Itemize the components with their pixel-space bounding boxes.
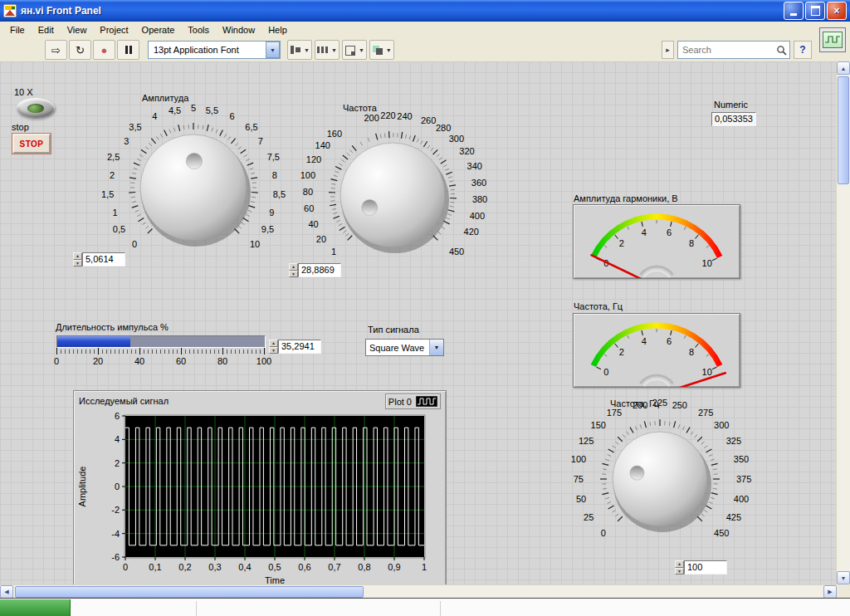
- svg-text:225: 225: [652, 398, 667, 408]
- led-button-10x[interactable]: [17, 98, 55, 118]
- menu-item-file[interactable]: File: [3, 22, 32, 37]
- numeric-value[interactable]: 28,8869: [298, 263, 341, 277]
- svg-text:0: 0: [123, 562, 128, 572]
- legend-plot-name: Plot 0: [388, 397, 412, 407]
- menu-item-tools[interactable]: Tools: [181, 22, 216, 37]
- svg-text:275: 275: [698, 408, 713, 418]
- svg-text:260: 260: [421, 115, 436, 125]
- distribute-objects-button[interactable]: ▼: [315, 40, 340, 60]
- search-input[interactable]: [681, 44, 776, 56]
- svg-text:7,5: 7,5: [267, 152, 280, 162]
- knob-frequency2[interactable]: 0255075100125150175200225250275300325350…: [560, 379, 760, 579]
- maximize-icon: [811, 6, 820, 16]
- slider-tick-label: 40: [134, 356, 144, 366]
- scroll-down-icon: ▼: [841, 575, 847, 581]
- legend-plot-sample-icon: [416, 396, 437, 407]
- run-continuous-button[interactable]: ↻: [69, 40, 91, 60]
- svg-text:10: 10: [250, 239, 260, 249]
- svg-text:6: 6: [230, 111, 235, 121]
- svg-text:3: 3: [124, 136, 129, 146]
- slider-major-tick: [56, 348, 57, 354]
- pause-button[interactable]: [117, 40, 139, 60]
- run-button[interactable]: ⇨: [45, 40, 67, 60]
- increment-button[interactable]: ▲: [73, 252, 82, 260]
- svg-text:0,5: 0,5: [268, 562, 281, 572]
- decrement-button[interactable]: ▼: [289, 271, 298, 278]
- scroll-right-button[interactable]: ▶: [823, 585, 837, 599]
- stop-button[interactable]: STOP: [12, 134, 51, 154]
- svg-text:425: 425: [726, 512, 741, 522]
- panel-monitor-icon[interactable]: [819, 27, 846, 52]
- menu-item-view[interactable]: View: [61, 22, 94, 37]
- help-button[interactable]: ?: [794, 41, 812, 59]
- search-collapse-button[interactable]: ▸: [662, 41, 674, 59]
- svg-text:0,7: 0,7: [328, 562, 340, 572]
- svg-text:375: 375: [736, 474, 751, 484]
- decrement-button[interactable]: ▼: [73, 260, 82, 267]
- minimize-button[interactable]: [784, 2, 804, 20]
- signal-type-combo[interactable]: Square Wave ▼: [365, 339, 444, 356]
- pulse-width-slider[interactable]: [56, 335, 266, 348]
- maximize-button[interactable]: [805, 2, 825, 20]
- decrement-button[interactable]: ▼: [269, 347, 278, 354]
- graph-legend[interactable]: Plot 0: [385, 394, 441, 409]
- align-objects-button[interactable]: ▼: [287, 40, 312, 60]
- menu-item-operate[interactable]: Operate: [135, 22, 182, 37]
- font-selector[interactable]: 13pt Application Font ▼: [148, 41, 281, 59]
- scroll-left-button[interactable]: ◀: [0, 585, 13, 599]
- horizontal-scrollbar[interactable]: ◀ ▶: [0, 584, 837, 599]
- vertical-scroll-thumb[interactable]: [838, 76, 849, 184]
- svg-text:450: 450: [449, 247, 464, 257]
- pulse-slider-numeric[interactable]: ▲▼35,2941: [269, 340, 321, 354]
- svg-text:200: 200: [633, 400, 647, 410]
- close-button[interactable]: ×: [827, 2, 847, 20]
- scroll-up-button[interactable]: ▲: [837, 61, 850, 75]
- svg-text:220: 220: [380, 110, 395, 120]
- numeric-value[interactable]: 5,0614: [82, 252, 125, 266]
- svg-text:160: 160: [327, 129, 342, 139]
- window-titlebar: ян.vi Front Panel ×: [0, 0, 850, 22]
- increment-button[interactable]: ▲: [675, 560, 684, 568]
- menu-item-project[interactable]: Project: [93, 22, 134, 37]
- font-selector-dropdown-icon[interactable]: ▼: [266, 42, 280, 58]
- svg-text:25: 25: [584, 512, 594, 522]
- knob-frequency-numeric[interactable]: ▲▼28,8869: [289, 263, 341, 277]
- svg-text:1: 1: [422, 562, 427, 572]
- scroll-down-button[interactable]: ▼: [837, 571, 850, 584]
- svg-text:9,5: 9,5: [261, 224, 274, 234]
- increment-button[interactable]: ▲: [269, 340, 278, 347]
- numeric-indicator-value: 0,053353: [711, 112, 756, 126]
- start-button-sliver[interactable]: [0, 599, 71, 616]
- menu-item-help[interactable]: Help: [261, 22, 294, 37]
- distribute-objects-icon: [317, 45, 329, 55]
- knob-pointer-dimple: [362, 199, 378, 215]
- search-box[interactable]: [677, 41, 790, 59]
- svg-text:8,5: 8,5: [273, 189, 286, 199]
- menu-item-edit[interactable]: Edit: [32, 22, 61, 37]
- decrement-button[interactable]: ▼: [675, 568, 684, 575]
- vertical-scrollbar[interactable]: ▲ ▼: [836, 61, 850, 584]
- minimize-icon: [790, 13, 797, 16]
- resize-objects-button[interactable]: ▼: [342, 40, 367, 60]
- taskbar-separator: [440, 601, 441, 616]
- horizontal-scroll-thumb[interactable]: [15, 586, 364, 598]
- knob-frequency2-numeric[interactable]: ▲▼100: [675, 560, 727, 574]
- abort-button[interactable]: ●: [93, 40, 115, 60]
- svg-text:40: 40: [308, 219, 318, 229]
- svg-text:0,2: 0,2: [178, 562, 191, 572]
- svg-text:100: 100: [571, 454, 586, 464]
- scrollbar-corner: [837, 584, 850, 598]
- menu-item-window[interactable]: Window: [216, 22, 261, 37]
- increment-button[interactable]: ▲: [289, 263, 298, 271]
- signal-type-dropdown-icon[interactable]: ▼: [429, 340, 443, 355]
- meter-amplitude: 0246810: [573, 204, 740, 279]
- reorder-button[interactable]: ▼: [369, 40, 394, 60]
- numeric-value[interactable]: 100: [684, 560, 727, 574]
- svg-text:3,5: 3,5: [129, 122, 141, 132]
- numeric-value[interactable]: 35,2941: [278, 340, 321, 354]
- knob-amplitude[interactable]: 00,511,522,533,544,555,566,577,588,599,5…: [85, 84, 301, 300]
- svg-text:6,5: 6,5: [245, 122, 257, 132]
- svg-text:4,5: 4,5: [169, 105, 181, 115]
- knob-amplitude-numeric[interactable]: ▲▼5,0614: [73, 252, 125, 266]
- slider-major-tick: [264, 348, 265, 354]
